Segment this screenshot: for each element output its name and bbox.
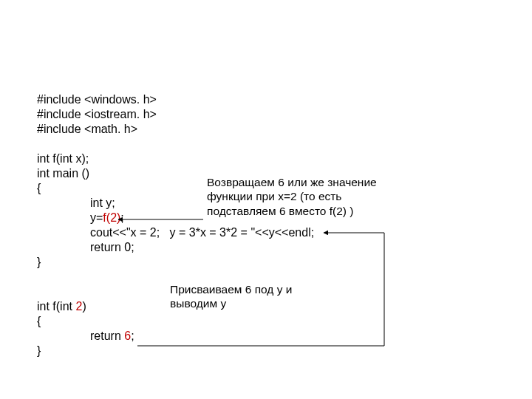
return-val: 6 [124, 330, 131, 342]
return-pre: return [90, 330, 124, 342]
return-six: return 6; [37, 329, 495, 344]
annotation-line: подставляем 6 вместо f(2) ) [207, 204, 406, 218]
annotation-line: Присваиваем 6 под y и [170, 282, 355, 296]
f-call-f: f( [103, 211, 110, 224]
f-open-brace: { [37, 314, 495, 329]
annotation-assign-y: Присваиваем 6 под y и выводим y [170, 282, 355, 311]
y-assign-semi: ; [120, 211, 123, 224]
annotation-return-six: Возвращаем 6 или же значение функции при… [207, 175, 406, 218]
include-iostream: #include <iostream. h> [37, 107, 495, 122]
return-semi: ; [131, 330, 134, 342]
code-block: #include <windows. h> #include <iostream… [37, 92, 495, 358]
f-def-pre: int f(int [37, 300, 75, 313]
f-close-brace: } [37, 344, 495, 358]
f-def-close: ) [82, 300, 86, 313]
return-zero: return 0; [37, 240, 495, 255]
annotation-line: выводим y [170, 296, 355, 310]
main-close-brace: } [37, 255, 495, 270]
annotation-line: Возвращаем 6 или же значение [207, 175, 406, 189]
f-call-arg: 2 [110, 211, 117, 224]
include-math: #include <math. h> [37, 122, 495, 137]
blank-line [37, 137, 495, 151]
y-assign-pre: y= [90, 211, 103, 224]
include-windows: #include <windows. h> [37, 92, 495, 107]
cout-line: cout<<"x = 2; y = 3*x = 3*2 = "<<y<<endl… [37, 225, 495, 240]
annotation-line: функции при x=2 (то есть [207, 189, 406, 203]
f-declaration: int f(int x); [37, 151, 495, 166]
